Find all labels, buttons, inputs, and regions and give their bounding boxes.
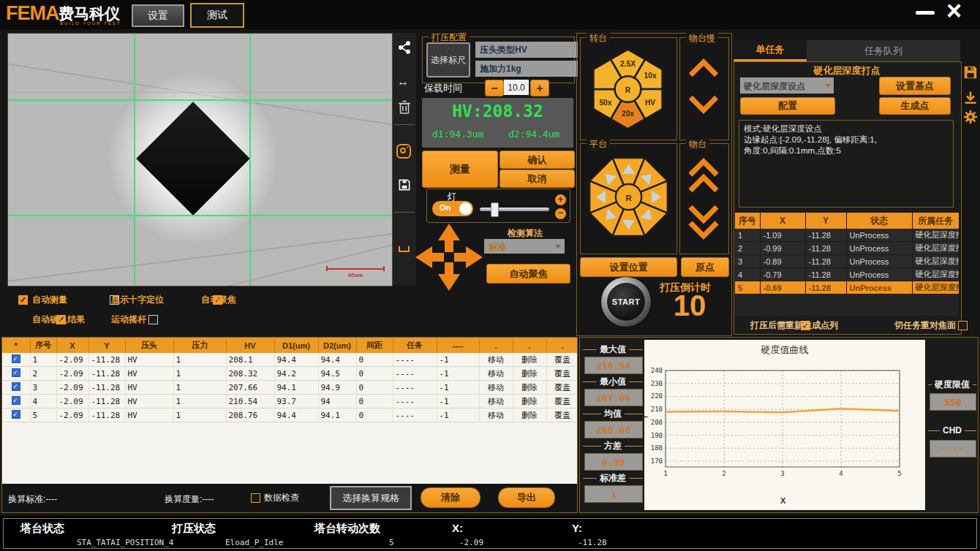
task-cell: -11.28 — [805, 281, 846, 294]
task-cell: 2 — [735, 242, 760, 255]
brightness-slider-knob[interactable] — [491, 202, 499, 217]
press-status-label: 打压状态 — [172, 522, 216, 536]
share-icon[interactable] — [397, 40, 412, 55]
result-row-checkbox[interactable] — [12, 382, 20, 391]
select-spec-button[interactable]: 选择换算规格 — [330, 486, 412, 510]
overwrite-action[interactable]: 覆盖 — [546, 395, 577, 408]
data-check-checkbox[interactable] — [251, 493, 260, 503]
svg-text:240: 240 — [651, 367, 663, 374]
configure-button[interactable]: 配置 — [740, 97, 835, 115]
refocus-checkbox[interactable] — [958, 321, 968, 330]
result-row[interactable]: 5-2.09-11.28HV1208.7694.494.10-----1移动删除… — [2, 408, 577, 422]
hardness-limit-label: 硬度限值 — [928, 379, 976, 391]
stage-direction-pad[interactable] — [414, 222, 484, 292]
tab-settings[interactable]: 设置 — [132, 4, 184, 27]
hold-time-plus-button[interactable]: + — [530, 80, 549, 96]
tab-task-queue[interactable]: 任务队列 — [807, 40, 960, 61]
export-button[interactable]: 导出 — [498, 487, 555, 508]
task-row[interactable]: 5-0.69-11.28UnProcess硬化层深度打点 — [735, 281, 959, 294]
overwrite-action[interactable]: 覆盖 — [546, 381, 577, 395]
delete-action[interactable]: 删除 — [513, 367, 546, 381]
autofocus-button[interactable]: 自动聚焦 — [486, 264, 570, 284]
close-button[interactable]: × — [946, 0, 962, 26]
result-row-checkbox[interactable] — [12, 368, 20, 377]
minimize-button[interactable] — [916, 11, 935, 15]
task-mode-dropdown[interactable]: 硬化层深度设点 — [740, 77, 834, 94]
brightness-minus-button[interactable]: − — [555, 208, 566, 219]
move-action[interactable]: 移动 — [479, 395, 513, 408]
trash-icon[interactable] — [398, 100, 411, 115]
move-action[interactable]: 移动 — [479, 408, 513, 422]
stage-slow-up-button[interactable] — [686, 57, 721, 79]
result-row-checkbox[interactable] — [12, 410, 20, 419]
set-base-button[interactable]: 设置基点 — [879, 77, 951, 95]
origin-button[interactable]: 原点 — [681, 257, 729, 277]
stage-slow-down-button[interactable] — [686, 94, 721, 115]
camera-icon[interactable] — [396, 144, 411, 159]
gear-icon[interactable] — [963, 110, 978, 124]
hold-time-value[interactable]: 10.0 — [504, 80, 529, 95]
task-row[interactable]: 3-0.89-11.28UnProcess硬化层深度打点 — [735, 255, 959, 268]
save-image-icon[interactable] — [397, 178, 412, 192]
delete-action[interactable]: 删除 — [513, 381, 546, 395]
measure-width-icon[interactable]: ↔ — [397, 75, 409, 88]
algo-dropdown[interactable]: 标准 — [484, 239, 565, 254]
save-task-icon[interactable] — [962, 64, 979, 80]
result-cell: 0 — [356, 395, 393, 408]
show-crosshair-label: 显示十字定位 — [111, 294, 164, 306]
result-cell: ---- — [393, 353, 437, 367]
result-row[interactable]: 1-2.09-11.28HV1208.194.494.40-----1移动删除覆… — [2, 353, 577, 367]
overwrite-action[interactable]: 覆盖 — [546, 408, 577, 422]
set-position-button[interactable]: 设置位置 — [580, 257, 677, 277]
brightness-plus-button[interactable]: + — [555, 194, 566, 205]
results-header-cell: . — [546, 338, 577, 353]
task-row[interactable]: 1-1.09-11.28UnProcess硬化层深度打点 — [735, 229, 959, 242]
download-icon[interactable] — [963, 91, 978, 105]
overwrite-action[interactable]: 覆盖 — [546, 367, 577, 381]
stage-fast-down-button[interactable] — [686, 202, 721, 243]
result-row-checkbox[interactable] — [12, 354, 20, 363]
joystick-checkbox[interactable] — [148, 315, 158, 324]
result-row[interactable]: 4-2.09-11.28HV1210.5493.7940-----1移动删除覆盖 — [2, 395, 577, 408]
auto-measure-checkbox[interactable] — [18, 295, 28, 305]
delete-action[interactable]: 删除 — [513, 408, 546, 422]
stat-variance-label: 方差 — [583, 440, 643, 452]
stage-fast-up-button[interactable] — [686, 155, 721, 196]
result-row[interactable]: 2-2.09-11.28HV1208.3294.294.50-----1移动删除… — [2, 367, 577, 381]
minimize-view-icon[interactable] — [399, 246, 410, 252]
tab-test[interactable]: 测试 — [190, 3, 244, 28]
task-cell: -1.09 — [760, 229, 805, 242]
light-toggle[interactable]: On — [432, 201, 473, 216]
chart-panel: 最大值 210.54 最小值 207.66 均值 208.68 方差 0.99 … — [579, 337, 979, 513]
generate-points-button[interactable]: 生成点 — [879, 97, 951, 115]
result-cell: 0 — [356, 353, 393, 367]
move-action[interactable]: 移动 — [479, 381, 513, 395]
result-row-checkbox[interactable] — [12, 396, 20, 405]
result-row[interactable]: 3-2.09-11.28HV1207.6694.194.90-----1移动删除… — [2, 381, 577, 395]
svg-text:170: 170 — [651, 457, 663, 465]
clear-button[interactable]: 清除 — [421, 487, 480, 508]
select-ruler-button[interactable]: 选择标尺 — [426, 42, 470, 77]
task-cell: 硬化层深度打点 — [912, 281, 959, 294]
confirm-button[interactable]: 确认 — [500, 151, 575, 169]
task-row[interactable]: 2-0.99-11.28UnProcess硬化层深度打点 — [735, 242, 959, 255]
tab-single-task[interactable]: 单任务 — [734, 40, 807, 61]
move-action[interactable]: 移动 — [479, 353, 513, 367]
task-points-area: 序号XY状态所属任务1-1.09-11.28UnProcess硬化层深度打点2-… — [735, 213, 959, 316]
task-cell: UnProcess — [846, 242, 912, 255]
start-button[interactable]: START — [601, 277, 651, 327]
delete-action[interactable]: 删除 — [513, 353, 546, 367]
move-action[interactable]: 移动 — [479, 367, 513, 381]
overwrite-action[interactable]: 覆盖 — [546, 353, 577, 367]
cancel-button[interactable]: 取消 — [500, 170, 575, 188]
results-table-area: *序号XY压头压力HVD1(um)D2(um)间距任务----...1-2.09… — [2, 338, 577, 484]
y-coordinate-label: Y: — [572, 522, 582, 534]
measure-button[interactable]: 测量 — [422, 151, 498, 188]
task-row[interactable]: 4-0.79-11.28UnProcess硬化层深度打点 — [735, 268, 959, 281]
result-cell: 1 — [173, 367, 226, 381]
hold-time-minus-button[interactable]: − — [485, 80, 504, 96]
microscope-view: 40um — [7, 33, 393, 286]
delete-action[interactable]: 删除 — [513, 395, 546, 408]
crosshair-vertical-1 — [134, 34, 135, 286]
task-header-cell: 所属任务 — [912, 213, 959, 229]
